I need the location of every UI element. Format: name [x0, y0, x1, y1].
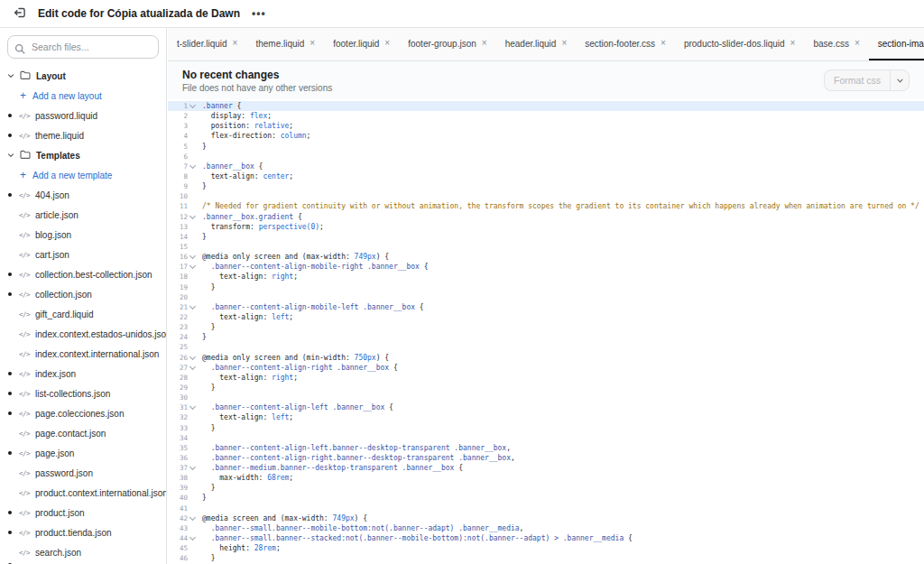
code-line[interactable]: 24} [168, 332, 924, 342]
tab-footer-liquid[interactable]: footer.liquid× [324, 28, 399, 60]
fold-toggle-icon[interactable] [189, 162, 197, 171]
tab-header-liquid[interactable]: header.liquid× [496, 28, 577, 60]
code-line[interactable]: 26@media only screen and (min-width: 750… [168, 353, 924, 363]
code-line[interactable]: 15 [168, 242, 924, 252]
code-line[interactable]: 7.banner__box { [168, 162, 924, 171]
more-actions-button[interactable]: ••• [250, 5, 268, 22]
exit-code-editor-button[interactable] [12, 5, 28, 23]
file-product-json[interactable]: </>product.json [0, 503, 166, 522]
close-tab-icon[interactable]: × [561, 39, 567, 48]
fold-toggle-icon[interactable] [189, 253, 197, 261]
close-tab-icon[interactable]: × [384, 39, 390, 48]
file-blog-json[interactable]: </>blog.json [0, 225, 166, 245]
code-line[interactable]: 30 [168, 393, 924, 402]
fold-toggle-icon[interactable] [189, 534, 197, 542]
tab-base-css[interactable]: base.css× [804, 28, 868, 60]
file-cart-json[interactable]: </>cart.json [0, 245, 166, 264]
close-tab-icon[interactable]: × [790, 39, 796, 48]
fold-toggle-icon[interactable] [189, 364, 197, 372]
close-tab-icon[interactable]: × [233, 39, 238, 48]
code-line[interactable]: 2 display: flex; [168, 111, 924, 121]
code-line[interactable]: 1.banner { [168, 101, 924, 111]
file-page-json[interactable]: </>page.json [0, 443, 166, 463]
code-line[interactable]: 12.banner__box.gradient { [168, 212, 924, 222]
format-css-button[interactable]: Format css [824, 69, 890, 91]
file-collection-best-collection-json[interactable]: </>collection.best-collection.json [0, 264, 166, 284]
code-line[interactable]: 19 } [168, 282, 924, 292]
code-line[interactable]: 21 .banner--content-align-mobile-left .b… [168, 302, 924, 312]
file-product-context-international-json[interactable]: </>product.context.international.json [0, 483, 166, 503]
tab-footer-group-json[interactable]: footer-group.json× [399, 28, 495, 60]
fold-toggle-icon[interactable] [189, 303, 197, 311]
code-line[interactable]: 10 [168, 191, 924, 201]
file-collection-json[interactable]: </>collection.json [0, 284, 166, 304]
close-tab-icon[interactable]: × [310, 39, 315, 48]
tab-t-slider-liquid[interactable]: t-slider.liquid× [168, 28, 246, 60]
file-password-liquid[interactable]: </>password.liquid [0, 106, 166, 125]
file-index-json[interactable]: </>index.json [0, 364, 166, 384]
fold-toggle-icon[interactable] [189, 403, 197, 411]
close-tab-icon[interactable]: × [661, 39, 666, 48]
code-line[interactable]: 38 max-width: 68rem; [168, 473, 924, 483]
code-line[interactable]: 11/* Needed for gradient continuity with… [168, 201, 924, 211]
code-line[interactable]: 16@media only screen and (max-width: 749… [168, 252, 924, 262]
code-line[interactable]: 36 .banner--content-align-right.banner--… [168, 453, 924, 463]
code-line[interactable]: 18 text-align: right; [168, 272, 924, 282]
code-line[interactable]: 35 .banner--content-align-left.banner--d… [168, 443, 924, 453]
file-page-contact-json[interactable]: </>page.contact.json [0, 423, 166, 443]
code-line[interactable]: 42@media screen and (max-width: 749px) { [168, 513, 924, 523]
link-add-a-new-layout[interactable]: +Add a new layout [0, 86, 166, 106]
format-css-dropdown-button[interactable] [890, 69, 910, 91]
code-editor[interactable]: 1.banner {2 display: flex;3 position: re… [168, 99, 924, 564]
file-list-collections-json[interactable]: </>list-collections.json [0, 384, 166, 403]
code-line[interactable]: 40} [168, 493, 924, 503]
code-line[interactable]: 29 } [168, 383, 924, 393]
code-line[interactable]: 33 } [168, 423, 924, 433]
file-password-json[interactable]: </>password.json [0, 463, 166, 483]
file-product-tienda-json[interactable]: </>product.tienda.json [0, 522, 166, 542]
code-line[interactable]: 22 text-align: left; [168, 312, 924, 322]
fold-toggle-icon[interactable] [189, 213, 197, 221]
code-line[interactable]: 45 height: 28rem; [168, 543, 924, 553]
file-gift-card-liquid[interactable]: </>gift_card.liquid [0, 304, 166, 324]
code-line[interactable]: 46 } [168, 553, 924, 563]
code-line[interactable]: 44 .banner--small.banner--stacked:not(.b… [168, 533, 924, 543]
code-line[interactable]: 39 } [168, 483, 924, 493]
close-tab-icon[interactable]: × [855, 39, 860, 48]
code-line[interactable]: 9} [168, 181, 924, 191]
code-line[interactable]: 28 text-align: right; [168, 373, 924, 383]
code-line[interactable]: 20 [168, 292, 924, 302]
file-search-json[interactable]: </>search.json [0, 542, 166, 562]
code-line[interactable]: 13 transform: perspective(0); [168, 222, 924, 232]
file-index-context-international-json[interactable]: </>index.context.international.json [0, 344, 166, 364]
tab-section-image-b[interactable]: section-image-b× [869, 28, 924, 60]
link-add-a-new-template[interactable]: +Add a new template [0, 165, 166, 185]
close-tab-icon[interactable]: × [482, 39, 487, 48]
code-line[interactable]: 27 .banner--content-align-right .banner_… [168, 363, 924, 373]
tab-producto-slider-dos-liquid[interactable]: producto-slider-dos.liquid× [675, 28, 805, 60]
file-page-colecciones-json[interactable]: </>page.colecciones.json [0, 403, 166, 423]
code-line[interactable]: 17 .banner--content-align-mobile-right .… [168, 262, 924, 272]
code-line[interactable]: 8 text-align: center; [168, 171, 924, 181]
fold-toggle-icon[interactable] [189, 263, 197, 271]
file-article-json[interactable]: </>article.json [0, 205, 166, 225]
code-line[interactable]: 37 .banner--medium.banner--desktop-trans… [168, 463, 924, 473]
folder-templates[interactable]: Templates [0, 145, 166, 165]
code-line[interactable]: 4 flex-direction: column; [168, 131, 924, 141]
code-line[interactable]: 5} [168, 142, 924, 152]
code-line[interactable]: 34 [168, 433, 924, 443]
file-404-json[interactable]: </>404.json [0, 185, 166, 205]
code-line[interactable]: 25 [168, 342, 924, 352]
code-line[interactable]: 32 text-align: left; [168, 412, 924, 422]
search-files-input[interactable] [7, 35, 159, 59]
file-theme-liquid[interactable]: </>theme.liquid [0, 125, 166, 145]
folder-layout[interactable]: Layout [0, 66, 166, 86]
code-line[interactable]: 43 .banner--small.banner--mobile-bottom:… [168, 523, 924, 533]
fold-toggle-icon[interactable] [189, 514, 197, 522]
fold-toggle-icon[interactable] [189, 354, 197, 362]
fold-toggle-icon[interactable] [189, 102, 197, 110]
code-line[interactable]: 6 [168, 152, 924, 162]
tab-section-footer-css[interactable]: section-footer.css× [576, 28, 675, 60]
tab-theme-liquid[interactable]: theme.liquid× [246, 28, 324, 60]
code-line[interactable]: 23 } [168, 322, 924, 332]
